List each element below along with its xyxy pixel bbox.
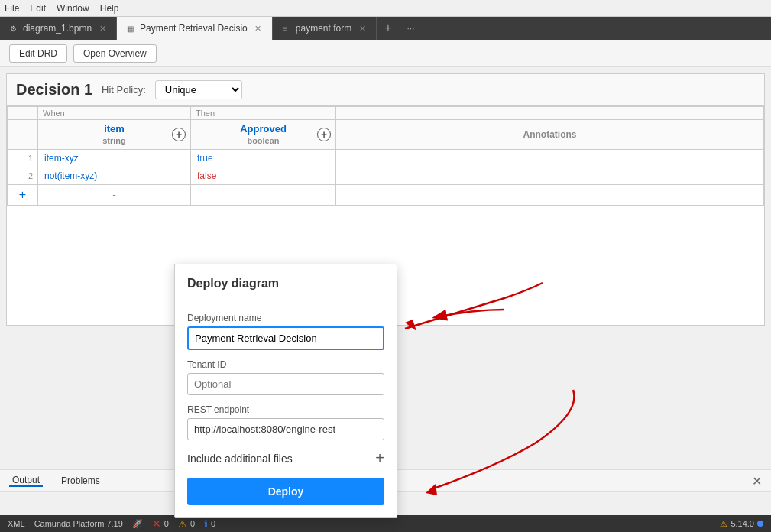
row-1-approved[interactable]: true xyxy=(191,150,336,167)
add-column-after-item-button[interactable]: + xyxy=(172,128,186,141)
form-tab-icon: ≡ xyxy=(280,23,291,34)
row-1-annotation[interactable] xyxy=(336,150,764,167)
row-2-item[interactable]: not(item-xyz) xyxy=(38,167,191,185)
tenant-id-label: Tenant ID xyxy=(187,359,384,370)
item-column-type: string xyxy=(102,136,126,145)
dialog-title: Deploy diagram xyxy=(175,264,397,300)
deploy-button[interactable]: Deploy xyxy=(187,478,384,505)
decision-header: Decision 1 Hit Policy: Unique First Prio… xyxy=(7,74,764,106)
when-then-row: When Then xyxy=(8,107,764,120)
approved-column-header[interactable]: Approved + boolean xyxy=(191,120,336,150)
add-column-after-approved-button[interactable]: + xyxy=(317,128,331,141)
version-area: ⚠ 5.14.0 xyxy=(720,519,763,529)
rest-endpoint-input[interactable] xyxy=(187,418,384,440)
row-1-num: 1 xyxy=(8,150,38,167)
tab-form-label: payment.form xyxy=(296,23,351,34)
include-files-row: Include additional files + xyxy=(187,449,384,467)
output-tab[interactable]: Output xyxy=(9,475,43,487)
info-count: 0 xyxy=(211,519,215,528)
deployment-name-input[interactable] xyxy=(187,326,384,350)
platform-label: Camunda Platform 7.19 xyxy=(34,519,123,528)
version-label: 5.14.0 xyxy=(731,519,754,528)
deploy-dialog: Deploy diagram Deployment name Tenant ID… xyxy=(174,264,397,518)
warning-indicator: ⚠ 0 xyxy=(178,518,195,530)
table-row: 1 item-xyz true xyxy=(8,150,764,167)
tab-diagram-close[interactable]: ✕ xyxy=(96,22,109,34)
diagram-icon: ⚙ xyxy=(8,23,18,34)
error-count: 0 xyxy=(164,519,169,528)
hit-policy-select[interactable]: Unique First Priority Any Collect Rule O… xyxy=(155,80,242,99)
decision-title: Decision 1 xyxy=(16,81,92,99)
dialog-body: Deployment name Tenant ID REST endpoint … xyxy=(175,300,397,517)
status-dot xyxy=(757,521,763,527)
tab-decision[interactable]: ▦ Payment Retrieval Decisio ✕ xyxy=(117,17,273,40)
tab-form[interactable]: ≡ payment.form ✕ xyxy=(273,17,377,40)
menu-file[interactable]: File xyxy=(5,3,19,14)
tab-diagram[interactable]: ⚙ diagram_1.bpmn ✕ xyxy=(0,17,117,40)
tab-more-button[interactable]: ··· xyxy=(399,17,422,40)
toolbar: Edit DRD Open Overview xyxy=(0,40,771,67)
row-2-num: 2 xyxy=(8,167,38,185)
info-indicator: ℹ 0 xyxy=(204,518,215,530)
deployment-name-label: Deployment name xyxy=(187,313,384,323)
version-warning-icon: ⚠ xyxy=(720,519,727,529)
error-icon: ✕ xyxy=(152,517,161,530)
tab-decision-close[interactable]: ✕ xyxy=(252,22,264,34)
menu-help[interactable]: Help xyxy=(100,3,119,14)
edit-drd-button[interactable]: Edit DRD xyxy=(9,44,67,63)
annotations-column-header: Annotations xyxy=(336,120,764,150)
add-row[interactable]: + - xyxy=(8,185,764,206)
rest-endpoint-label: REST endpoint xyxy=(187,404,384,415)
error-indicator: ✕ 0 xyxy=(152,517,169,530)
open-overview-button[interactable]: Open Overview xyxy=(73,44,157,63)
output-close-button[interactable]: ✕ xyxy=(752,474,762,488)
item-column-header[interactable]: item + string xyxy=(38,120,191,150)
hit-policy-label: Hit Policy: xyxy=(102,84,146,96)
menubar: File Edit Window Help xyxy=(0,0,771,17)
row-2-approved[interactable]: false xyxy=(191,167,336,185)
tab-diagram-label: diagram_1.bpmn xyxy=(23,23,92,34)
tab-add-button[interactable]: + xyxy=(377,17,399,40)
tenant-id-input[interactable] xyxy=(187,373,384,395)
format-label: XML xyxy=(8,519,25,528)
include-files-add-button[interactable]: + xyxy=(375,449,384,467)
warning-icon: ⚠ xyxy=(178,518,187,530)
tab-decision-label: Payment Retrieval Decisio xyxy=(140,23,248,34)
table-row: 2 not(item-xyz) false xyxy=(8,167,764,185)
decision-tab-icon: ▦ xyxy=(125,23,135,34)
tabs-bar: ⚙ diagram_1.bpmn ✕ ▦ Payment Retrieval D… xyxy=(0,17,771,40)
info-icon: ℹ xyxy=(204,518,208,530)
tab-form-close[interactable]: ✕ xyxy=(356,22,368,34)
rocket-icon: 🚀 xyxy=(132,519,143,529)
item-column-name: item xyxy=(104,123,125,135)
decision-table: When Then item + string Approved + boole… xyxy=(7,106,764,206)
approved-column-name: Approved xyxy=(240,123,287,135)
row-2-annotation[interactable] xyxy=(336,167,764,185)
approved-column-type: boolean xyxy=(247,136,279,145)
warning-count: 0 xyxy=(190,519,195,528)
then-label: Then xyxy=(191,107,336,120)
menu-window[interactable]: Window xyxy=(57,3,89,14)
column-headers-row: item + string Approved + boolean Annotat… xyxy=(8,120,764,150)
row-1-item[interactable]: item-xyz xyxy=(38,150,191,167)
when-label: When xyxy=(38,107,191,120)
include-files-label: Include additional files xyxy=(187,453,293,465)
menu-edit[interactable]: Edit xyxy=(30,3,46,14)
problems-tab[interactable]: Problems xyxy=(58,475,103,486)
